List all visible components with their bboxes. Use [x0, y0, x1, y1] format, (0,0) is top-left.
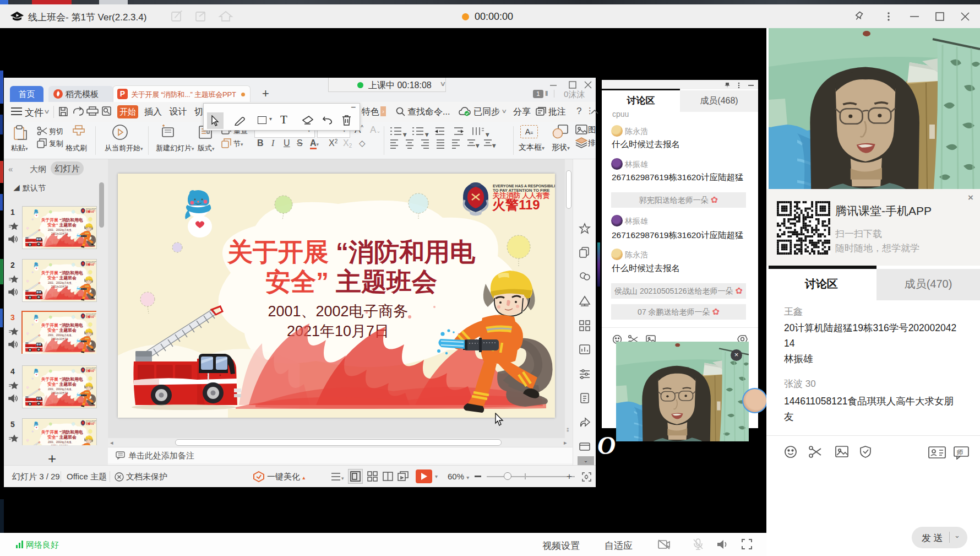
svg-text:▾: ▾ — [476, 143, 479, 148]
svg-text:▾: ▾ — [426, 132, 428, 137]
svg-text:▾: ▾ — [404, 132, 406, 137]
svg-text:▾: ▾ — [341, 476, 344, 481]
svg-text:▾: ▾ — [486, 132, 489, 137]
svg-text:▾: ▾ — [493, 143, 496, 148]
svg-text:师: 师 — [957, 449, 963, 456]
